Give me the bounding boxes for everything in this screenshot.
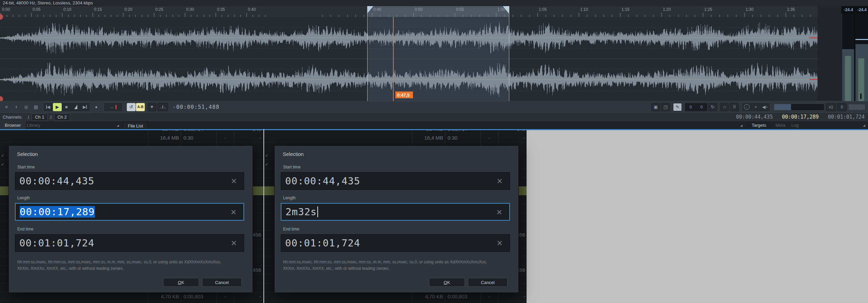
- go-to-end-button[interactable]: ▶: [80, 103, 89, 111]
- row-checkmark: ✓: [1, 162, 4, 167]
- play-button[interactable]: ▶: [53, 103, 62, 111]
- loop-icon: ↺: [130, 104, 133, 109]
- audio-editor-window: 24-bit, 48000 Hz, Stereo, Lossless, 2304…: [0, 0, 868, 303]
- file-col4-cell: -: [234, 294, 261, 299]
- tab-library[interactable]: Library: [22, 121, 45, 129]
- tab-log[interactable]: Log: [787, 121, 804, 129]
- file-col4-cell: 148: [498, 130, 525, 132]
- skip-forward-icon: ▶: [83, 104, 86, 109]
- folder-icon[interactable]: ▤: [32, 103, 40, 111]
- play-to-marker-button[interactable]: →: [104, 103, 122, 111]
- clear-length-icon[interactable]: ×: [496, 206, 502, 218]
- fade-play-button[interactable]: [71, 103, 80, 111]
- skip-back-icon: ◀: [47, 104, 50, 109]
- clear-start-icon[interactable]: ×: [231, 175, 237, 186]
- marker-drop-button[interactable]: ▼: [147, 103, 156, 111]
- go-to-start-button[interactable]: ◀: [44, 103, 53, 111]
- end-time-field[interactable]: 00:01:01,724 ×: [281, 234, 510, 252]
- speaker-icon: ◀: [762, 104, 766, 109]
- end-time-field[interactable]: 00:01:01,724 ×: [15, 234, 244, 252]
- file-col3-cell: -: [216, 294, 234, 299]
- level-bars-icon: ⠿: [733, 104, 736, 109]
- waveform-display[interactable]: [0, 6, 868, 101]
- length-field[interactable]: 00:00:17,289 ×: [15, 203, 244, 221]
- start-time-field[interactable]: 00:00:44,435 ×: [281, 172, 510, 190]
- nudge-field-1[interactable]: 0: [686, 104, 696, 110]
- headphones-icon: ∩: [723, 104, 726, 109]
- channel-2-button[interactable]: Ch 2: [54, 114, 70, 121]
- crop-play-button[interactable]: ◳: [661, 103, 670, 111]
- playback-mode-group: →: [103, 102, 123, 112]
- transport-toolbar: ≡ ▲▼ ◎ ▤ ◀ ▶ ■ ▶ ● → ↺ A-B ▼ →←: [0, 101, 868, 113]
- clear-end-icon[interactable]: ×: [231, 237, 237, 248]
- refresh-button[interactable]: ↻: [708, 103, 717, 111]
- file-list-row[interactable]: 4,70 KB0:00,803--: [264, 292, 527, 301]
- file-length-cell: 0:01,714: [183, 130, 216, 132]
- menu-icon[interactable]: ≡: [2, 103, 11, 111]
- channel-1-button[interactable]: Ch 1: [32, 114, 47, 121]
- edit-mode-button[interactable]: ✎: [673, 103, 682, 111]
- start-time-field[interactable]: 00:00:44,435 ×: [15, 172, 244, 190]
- row-checkmark: ✓: [1, 153, 4, 158]
- crop-button[interactable]: ▣: [651, 103, 660, 111]
- speed-button[interactable]: ↓: [742, 103, 751, 111]
- file-size-cell: 4,70 KB: [412, 294, 443, 299]
- status-bar: 24-bit, 48000 Hz, Stereo, Lossless, 2304…: [0, 0, 868, 6]
- panel-corner-grip-right[interactable]: ◢: [740, 124, 743, 127]
- waveform-thumbnail-icon[interactable]: [849, 104, 865, 110]
- center-view-button[interactable]: →←: [157, 103, 168, 111]
- record-icon: ●: [95, 104, 98, 109]
- cancel-button[interactable]: Cancel: [468, 278, 508, 287]
- tab-file-list[interactable]: File List: [123, 121, 148, 130]
- zoom-scrollbar-thumb[interactable]: [774, 104, 791, 110]
- panel-corner-grip[interactable]: ◢: [117, 124, 119, 127]
- file-list-row[interactable]: 4,70 KB0:00,803--: [0, 301, 263, 303]
- end-time-label: End time: [283, 227, 299, 231]
- file-list-row[interactable]: 16,4 MB0:30--: [0, 134, 263, 142]
- file-list-row[interactable]: 4,70 KB0:00,803--: [264, 301, 527, 303]
- file-col3-cell: -: [216, 135, 234, 141]
- end-time-value: 00:01:01,724: [285, 237, 360, 249]
- value-stepper[interactable]: ▲▼: [12, 103, 21, 111]
- clear-length-icon[interactable]: ×: [231, 206, 237, 218]
- dot-icon: ▪: [755, 104, 757, 109]
- record-button[interactable]: ●: [92, 103, 101, 111]
- clear-start-icon[interactable]: ×: [497, 175, 503, 186]
- panel-corner-grip-far-right[interactable]: ◢: [863, 124, 865, 127]
- loop-button[interactable]: ↺: [127, 103, 136, 111]
- zoom-scrollbar[interactable]: [774, 104, 824, 110]
- start-time-label: Start time: [17, 165, 35, 169]
- nudge-field-2[interactable]: 0: [696, 104, 707, 110]
- zoom-x1-button[interactable]: x1: [826, 103, 836, 111]
- zoom-zero-button[interactable]: 0: [837, 103, 847, 111]
- file-size-cell: 16,4 MB: [148, 135, 179, 141]
- monitor-icon[interactable]: ◎: [22, 103, 31, 111]
- file-col4-cell: -: [498, 135, 525, 141]
- clear-end-icon[interactable]: ×: [497, 237, 503, 248]
- headphones-button[interactable]: ∩: [720, 103, 729, 111]
- ab-playback-button[interactable]: A-B: [136, 103, 145, 111]
- file-list-row[interactable]: 4,70 KB0:00,803--: [0, 292, 263, 301]
- file-col4-cell: 148: [234, 130, 261, 132]
- ok-button[interactable]: OK: [163, 278, 199, 287]
- file-list-row[interactable]: 254 KB0:01,714148: [0, 130, 263, 134]
- cancel-button[interactable]: Cancel: [202, 278, 242, 287]
- length-label: Length: [283, 196, 296, 200]
- length-value: 2m32s: [285, 206, 317, 218]
- tab-targets[interactable]: Targets: [747, 121, 771, 129]
- mute-button[interactable]: ◀×: [761, 103, 769, 111]
- stop-button[interactable]: ■: [62, 103, 71, 111]
- file-length-cell: 0:00,803: [183, 294, 216, 299]
- dot-toggle-button[interactable]: ▪: [751, 103, 760, 111]
- ok-button[interactable]: OK: [429, 278, 465, 287]
- level-bars-button[interactable]: ⠿: [730, 103, 739, 111]
- loop-group: ↺ A-B: [126, 102, 146, 112]
- channel-2-index: 2: [50, 115, 52, 120]
- length-field[interactable]: 2m32s ×: [281, 203, 510, 221]
- transport-button-group: ◀ ▶ ■ ▶: [43, 102, 90, 112]
- file-list-row[interactable]: 16,4 MB0:30--: [264, 134, 527, 142]
- file-list-row[interactable]: 254 KB0:01,714148: [264, 130, 527, 134]
- length-label: Length: [17, 196, 30, 200]
- channel-1-index: 1: [27, 115, 30, 120]
- center-left-icon: →: [159, 105, 162, 109]
